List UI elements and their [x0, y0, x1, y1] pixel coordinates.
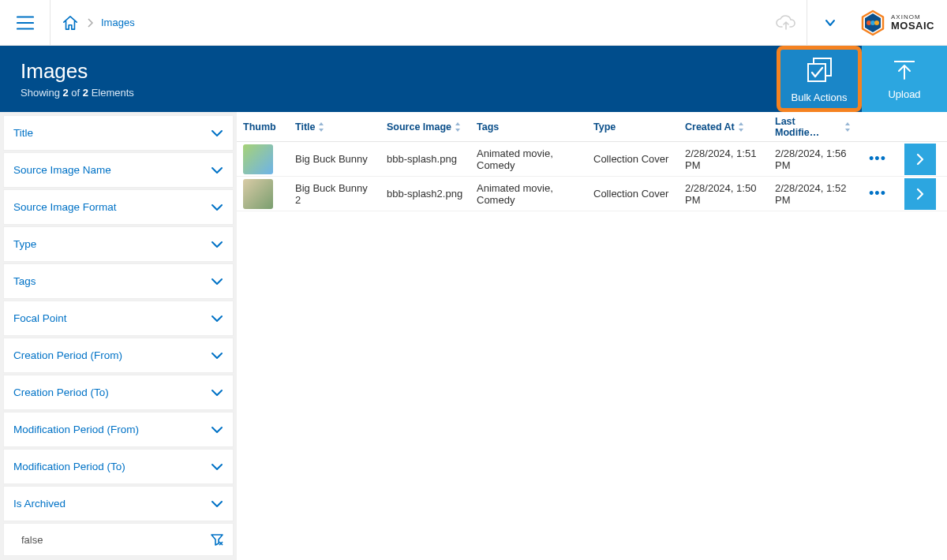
cell-source: bbb-splash2.png: [380, 188, 470, 200]
upload-icon: [891, 58, 918, 82]
breadcrumb-current[interactable]: Images: [101, 17, 135, 28]
sort-icon: [455, 122, 461, 132]
filter-label: Source Image Name: [13, 164, 111, 176]
cell-title: Big Buck Bunny: [289, 153, 380, 165]
filter-label: Is Archived: [13, 498, 66, 510]
chevron-down-icon: [211, 500, 223, 508]
filter-item[interactable]: Creation Period (From): [3, 338, 234, 373]
cell-created: 2/28/2024, 1:51 PM: [679, 147, 769, 171]
hamburger-icon: [17, 16, 34, 30]
chevron-right-icon: [915, 152, 925, 166]
row-open-button[interactable]: [904, 144, 936, 175]
filter-item[interactable]: Is Archived: [3, 486, 234, 521]
column-header-source[interactable]: Source Image: [380, 121, 470, 133]
filter-label: Modification Period (From): [13, 424, 139, 435]
sort-icon: [738, 122, 744, 132]
filter-item[interactable]: Modification Period (To): [3, 449, 234, 484]
table-row[interactable]: Big Buck Bunny 2bbb-splash2.pngAnimated …: [237, 177, 947, 211]
cell-tags: Animated movie, Comedy: [470, 147, 587, 171]
thumbnail-image: [243, 179, 273, 209]
column-header-created[interactable]: Created At: [679, 121, 769, 133]
chevron-down-icon: [211, 463, 223, 471]
filter-applied-value[interactable]: false: [3, 523, 234, 556]
svg-rect-9: [808, 64, 825, 81]
home-button[interactable]: [62, 15, 79, 31]
column-header-modified[interactable]: Last Modifie…: [769, 116, 857, 138]
cell-type: Collection Cover: [587, 188, 679, 200]
chevron-right-icon: [87, 18, 93, 28]
cell-tags: Animated movie, Comedy: [470, 182, 587, 206]
brand-logo: AXINOM MOSAIC: [853, 9, 947, 36]
svg-point-7: [874, 21, 879, 25]
filter-item[interactable]: Source Image Name: [3, 152, 234, 188]
home-icon: [62, 15, 79, 31]
bulk-actions-icon: [804, 55, 834, 85]
column-header-tags[interactable]: Tags: [470, 121, 587, 133]
top-bar: Images AXINOM MOSAIC: [0, 0, 947, 46]
cell-modified: 2/28/2024, 1:56 PM: [769, 147, 857, 171]
cloud-upload-button[interactable]: [765, 15, 807, 31]
chevron-right-icon: [915, 187, 925, 201]
filter-item[interactable]: Modification Period (From): [3, 412, 234, 447]
filter-item[interactable]: Creation Period (To): [3, 375, 234, 410]
sort-icon: [318, 122, 324, 132]
logo-text-large: MOSAIC: [891, 21, 934, 31]
row-open-button[interactable]: [904, 178, 936, 210]
filter-sidebar: TitleSource Image NameSource Image Forma…: [0, 112, 237, 560]
column-header-thumb[interactable]: Thumb: [237, 121, 289, 133]
filter-label: Creation Period (From): [13, 349, 122, 361]
filter-label: Focal Point: [13, 312, 67, 324]
filter-label: Title: [13, 127, 33, 139]
data-table: Thumb Title Source Image Tags Type Creat…: [237, 112, 947, 560]
table-header-row: Thumb Title Source Image Tags Type Creat…: [237, 112, 947, 142]
filter-label: Source Image Format: [13, 201, 117, 213]
filter-item[interactable]: Title: [3, 115, 234, 151]
breadcrumb-separator: [87, 18, 93, 28]
chevron-down-icon: [211, 426, 223, 434]
logo-mark-icon: [859, 9, 886, 36]
menu-button[interactable]: [0, 0, 51, 45]
filter-label: Tags: [13, 275, 36, 287]
thumbnail-image: [243, 144, 273, 174]
chevron-down-icon: [211, 352, 223, 360]
table-row[interactable]: Big Buck Bunnybbb-splash.pngAnimated mov…: [237, 142, 947, 177]
cell-created: 2/28/2024, 1:50 PM: [679, 182, 769, 206]
filter-item[interactable]: Tags: [3, 263, 234, 299]
chevron-down-icon: [211, 166, 223, 174]
page-title: Images: [21, 59, 134, 84]
bulk-actions-button[interactable]: Bulk Actions: [777, 46, 862, 112]
sort-icon: [844, 122, 851, 132]
chevron-down-icon: [211, 278, 223, 286]
cloud-upload-icon: [776, 15, 796, 31]
filter-label: Modification Period (To): [13, 461, 125, 472]
row-actions-menu[interactable]: •••: [857, 151, 898, 167]
filter-item[interactable]: Type: [3, 226, 234, 262]
chevron-down-icon: [211, 129, 223, 137]
cell-title: Big Buck Bunny 2: [289, 182, 380, 206]
filter-item[interactable]: Focal Point: [3, 301, 234, 336]
page-header: Images Showing 2 of 2 Elements Bulk Acti…: [0, 46, 947, 112]
cell-type: Collection Cover: [587, 153, 679, 165]
column-header-type[interactable]: Type: [587, 121, 679, 133]
filter-item[interactable]: Source Image Format: [3, 189, 234, 225]
filter-label: Creation Period (To): [13, 386, 109, 398]
chevron-down-icon: [211, 241, 223, 248]
cell-modified: 2/28/2024, 1:52 PM: [769, 182, 857, 206]
user-menu-toggle[interactable]: [807, 19, 853, 27]
column-header-title[interactable]: Title: [289, 121, 380, 133]
chevron-down-icon: [211, 203, 223, 211]
chevron-down-icon: [825, 19, 836, 27]
page-subtitle: Showing 2 of 2 Elements: [21, 87, 134, 99]
chevron-down-icon: [211, 389, 223, 397]
upload-button[interactable]: Upload: [862, 46, 947, 112]
chevron-down-icon: [211, 315, 223, 323]
filter-label: Type: [13, 238, 36, 250]
cell-source: bbb-splash.png: [380, 153, 470, 165]
clear-filter-icon[interactable]: [211, 533, 223, 546]
row-actions-menu[interactable]: •••: [857, 185, 898, 202]
